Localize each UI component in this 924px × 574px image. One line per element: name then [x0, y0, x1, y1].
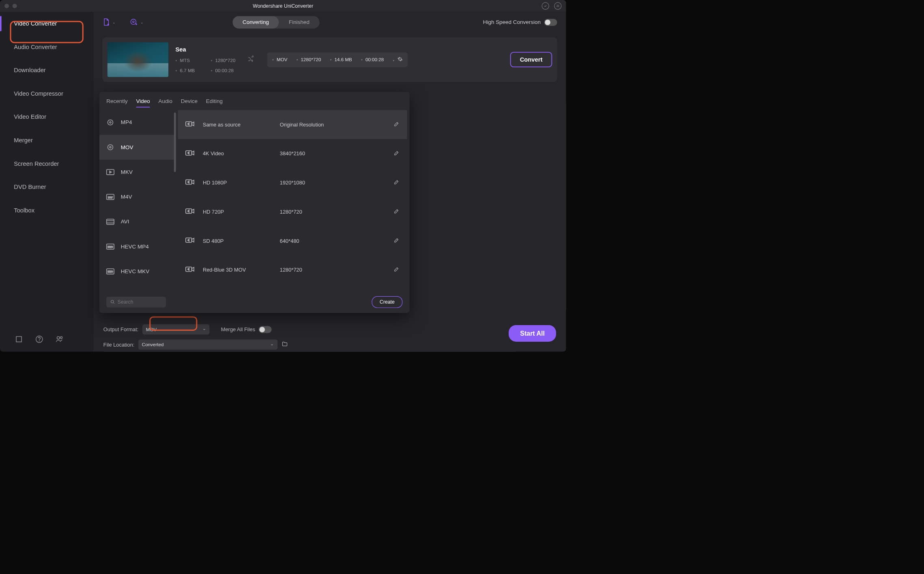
- format-list: MP4 MOV MKV M4VM4V AVI HEVCHEVC MP4 HEVC…: [99, 110, 175, 291]
- high-speed-toggle[interactable]: [544, 19, 557, 26]
- output-format-select[interactable]: MOV: [142, 324, 209, 334]
- svg-point-6: [60, 336, 62, 338]
- svg-point-5: [57, 336, 60, 339]
- svg-point-8: [133, 21, 134, 23]
- format-item-m4v[interactable]: M4VM4V: [99, 184, 175, 209]
- preset-row[interactable]: HD 720P 1280*720: [178, 197, 407, 226]
- preset-row[interactable]: SD 480P 640*480: [178, 226, 407, 255]
- convert-arrow-icon: [247, 55, 256, 64]
- preset-name: HD 720P: [203, 209, 280, 215]
- preset-resolution: 1920*1080: [280, 180, 394, 186]
- preset-name: SD 480P: [203, 238, 280, 244]
- format-tab-video[interactable]: Video: [136, 98, 150, 107]
- scrollbar[interactable]: [174, 113, 176, 172]
- sidebar-item-label: Audio Converter: [14, 43, 57, 50]
- svg-marker-31: [188, 210, 189, 212]
- svg-point-11: [108, 145, 113, 150]
- preset-resolution: 640*480: [280, 238, 394, 244]
- output-settings[interactable]: MOV 1280*720 14.6 MB 00:00:28: [267, 52, 408, 67]
- preset-name: HD 1080P: [203, 180, 280, 186]
- svg-text:HEVC: HEVC: [108, 271, 113, 273]
- sidebar-item-dvd-burner[interactable]: DVD Burner: [0, 175, 93, 199]
- svg-marker-35: [188, 268, 189, 270]
- camera-icon: [185, 178, 203, 186]
- bottom-bar: Output Format: MOV Merge All Files File …: [93, 319, 566, 352]
- format-item-mp4[interactable]: MP4: [99, 110, 175, 135]
- file-location-label: File Location:: [103, 342, 135, 348]
- tab-converting[interactable]: Converting: [232, 16, 279, 29]
- gear-icon[interactable]: [393, 56, 402, 63]
- format-item-hevc-mkv[interactable]: HEVCHEVC MKV: [99, 259, 175, 284]
- output-size: 14.6 MB: [330, 57, 352, 62]
- open-folder-icon[interactable]: [281, 341, 288, 348]
- edit-icon[interactable]: [393, 121, 400, 128]
- camera-icon: [185, 266, 203, 274]
- preset-name: Same as source: [203, 122, 280, 128]
- svg-line-37: [113, 302, 114, 304]
- preset-row[interactable]: Same as source Original Resolution: [178, 110, 407, 139]
- menu-icon[interactable]: [554, 2, 561, 10]
- app-title: Wondershare UniConverter: [253, 3, 313, 9]
- preset-row[interactable]: Red-Blue 3D MOV 1280*720: [178, 255, 407, 285]
- output-duration: 00:00:28: [361, 57, 384, 62]
- format-panel-footer: Create: [99, 291, 410, 313]
- sidebar-item-video-compressor[interactable]: Video Compressor: [0, 82, 93, 105]
- sidebar-item-label: Toolbox: [14, 207, 34, 214]
- account-icon[interactable]: [542, 2, 549, 10]
- format-tab-editing[interactable]: Editing: [206, 98, 223, 107]
- format-item-hevc-mp4[interactable]: HEVCHEVC MP4: [99, 234, 175, 259]
- sidebar-item-merger[interactable]: Merger: [0, 129, 93, 152]
- format-tab-device[interactable]: Device: [181, 98, 198, 107]
- close-window-icon[interactable]: [4, 4, 9, 8]
- help-icon[interactable]: [35, 335, 43, 344]
- start-all-button[interactable]: Start All: [509, 325, 556, 342]
- format-item-mkv[interactable]: MKV: [99, 160, 175, 184]
- edit-icon[interactable]: [393, 150, 400, 157]
- format-category-tabs: Recently Video Audio Device Editing: [99, 92, 410, 110]
- file-card: Sea MTS 1280*720 6.7 MB 00:00:28 MOV 128…: [102, 37, 557, 82]
- book-icon[interactable]: [15, 335, 23, 344]
- output-format-label: Output Format:: [103, 326, 139, 332]
- format-tab-audio[interactable]: Audio: [159, 98, 172, 107]
- camera-icon: [185, 150, 203, 158]
- format-panel: Recently Video Audio Device Editing MP4 …: [99, 92, 410, 313]
- format-item-avi[interactable]: AVI: [99, 209, 175, 234]
- sidebar-item-label: Video Converter: [14, 20, 57, 27]
- sidebar-item-audio-converter[interactable]: Audio Converter: [0, 35, 93, 59]
- edit-icon[interactable]: [393, 237, 400, 244]
- create-preset-button[interactable]: Create: [372, 296, 402, 308]
- edit-icon[interactable]: [393, 208, 400, 215]
- convert-button[interactable]: Convert: [510, 52, 552, 67]
- sidebar-item-video-editor[interactable]: Video Editor: [0, 105, 93, 129]
- preset-resolution: 3840*2160: [280, 151, 394, 157]
- merge-toggle[interactable]: [259, 326, 272, 333]
- output-format: MOV: [272, 57, 288, 62]
- sidebar-item-toolbox[interactable]: Toolbox: [0, 199, 93, 222]
- svg-point-10: [110, 122, 111, 123]
- sidebar-item-video-converter[interactable]: Video Converter: [0, 12, 93, 35]
- chevron-down-icon: ⌄: [112, 20, 115, 24]
- edit-icon[interactable]: [393, 266, 400, 274]
- sidebar-item-label: Video Compressor: [14, 90, 63, 97]
- add-dvd-button[interactable]: ⌄: [130, 18, 143, 27]
- tab-finished[interactable]: Finished: [279, 16, 320, 29]
- minimize-window-icon[interactable]: [13, 4, 17, 8]
- feedback-icon[interactable]: [56, 335, 64, 344]
- search-input[interactable]: [106, 297, 166, 307]
- file-location-select[interactable]: Converted: [138, 339, 277, 349]
- format-item-mov[interactable]: MOV: [99, 135, 175, 160]
- sidebar-item-downloader[interactable]: Downloader: [0, 59, 93, 82]
- svg-marker-25: [188, 123, 189, 125]
- sidebar-item-screen-recorder[interactable]: Screen Recorder: [0, 152, 93, 176]
- add-file-button[interactable]: ⌄: [102, 18, 115, 27]
- format-tab-recently[interactable]: Recently: [106, 98, 127, 107]
- preset-row[interactable]: 4K Video 3840*2160: [178, 139, 407, 168]
- svg-marker-29: [188, 181, 189, 183]
- merge-label: Merge All Files: [221, 326, 255, 332]
- video-thumbnail[interactable]: [107, 42, 169, 77]
- preset-resolution: Original Resolution: [280, 122, 394, 128]
- search-field[interactable]: [118, 299, 162, 305]
- preset-row[interactable]: HD 1080P 1920*1080: [178, 168, 407, 197]
- edit-icon[interactable]: [393, 179, 400, 186]
- source-size: 6.7 MB: [175, 68, 195, 73]
